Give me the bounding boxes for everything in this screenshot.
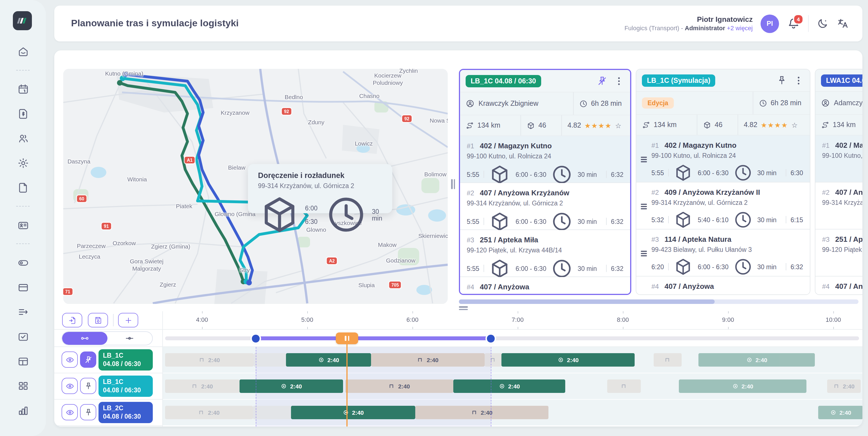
clock-icon — [551, 211, 573, 233]
gantt-bar-drive[interactable]: 2:40 — [165, 353, 253, 367]
gantt-bar-stop[interactable]: 2:40 — [501, 353, 634, 367]
stop-row[interactable]: #3251 / Apteka Miła99-120 Piątek, ul. Kr… — [460, 230, 630, 277]
import-route-button[interactable] — [62, 313, 82, 328]
route-endpoint[interactable] — [246, 280, 252, 285]
sidebar-item-idcard[interactable] — [11, 213, 35, 237]
kebab-menu-icon[interactable] — [793, 75, 804, 86]
sidebar-item-users[interactable] — [11, 126, 35, 151]
sidebar-item-card[interactable] — [11, 275, 35, 300]
stop-number: #4 — [467, 283, 474, 291]
pin-button[interactable] — [80, 378, 96, 394]
gantt-bar-stop[interactable]: 2:40 — [240, 379, 343, 393]
stop-row[interactable]: #2407 / Anyżowa Krzyżanów99-314 Krzyżanó… — [460, 183, 630, 230]
cards-scrollbar-thumb[interactable] — [459, 300, 715, 304]
user-separator: - — [681, 25, 683, 32]
avatar[interactable]: PI — [761, 14, 779, 33]
route-legend-badge[interactable]: LB_2C04.08 / 06:30 — [98, 402, 153, 423]
visibility-eye-button[interactable] — [62, 351, 78, 368]
route-legend-badge[interactable]: LB_1C04.08 / 06:30 — [98, 376, 153, 397]
drag-handle-icon[interactable] — [641, 156, 647, 163]
route-icon — [466, 121, 474, 130]
pause-button[interactable] — [336, 333, 358, 344]
gantt-bar-drive[interactable]: 2:40 — [827, 379, 861, 393]
stop-row[interactable]: #3251 / Apt99-120 Piątek, u5:556: — [815, 229, 862, 277]
gantt-bar-drive[interactable]: 2:40 — [415, 406, 549, 419]
stop-target-icon — [830, 409, 837, 416]
add-route-button[interactable] — [118, 313, 138, 328]
route-endpoint[interactable] — [117, 80, 123, 86]
gantt-bar-stop[interactable]: 2:40 — [679, 379, 806, 393]
drag-handle-icon[interactable] — [641, 203, 647, 211]
gantt-bar-stop[interactable]: 2:40 — [286, 353, 371, 367]
slider-selected-range[interactable] — [256, 336, 491, 340]
route-card[interactable]: LB_1C 04.08 / 06:30Krawczyk Zbigniew6h 2… — [459, 69, 631, 295]
unpin-button[interactable] — [80, 351, 96, 368]
gantt-bar-stop[interactable]: 2:40 — [453, 379, 565, 393]
sidebar-item-grid[interactable] — [11, 373, 35, 398]
app-logo[interactable] — [13, 11, 32, 30]
sidebar-item-home[interactable] — [11, 39, 35, 64]
sidebar-item-chart[interactable] — [11, 398, 35, 423]
toggle-range-option[interactable] — [62, 332, 107, 345]
map[interactable]: Kutno (Gmina)ZychlinBedlnoKocierzew Polu… — [63, 69, 448, 304]
dark-mode-button[interactable] — [816, 17, 829, 30]
stop-target-icon — [557, 356, 564, 363]
gantt-bar-idle[interactable] — [253, 406, 291, 419]
language-button[interactable] — [837, 17, 849, 30]
map-cards-resize-handle[interactable] — [451, 179, 455, 189]
slider-handle[interactable] — [487, 335, 495, 342]
visibility-eye-button[interactable] — [62, 404, 78, 420]
gantt-bar-drive[interactable]: 2:40 — [345, 379, 453, 393]
kebab-menu-icon[interactable] — [613, 75, 625, 87]
gantt-bar-drive[interactable] — [607, 379, 641, 393]
playhead-line[interactable] — [346, 344, 347, 427]
invoice-icon — [17, 108, 29, 120]
bar-duration-label: 2:40 — [290, 383, 302, 390]
stop-row[interactable]: #4407 / An — [815, 277, 862, 295]
gantt-bar-drive[interactable]: 2:40 — [165, 379, 240, 393]
save-route-button[interactable] — [88, 313, 108, 328]
sidebar-item-arrow[interactable] — [11, 300, 35, 324]
sidebar-item-toggle[interactable] — [11, 250, 35, 275]
stop-row[interactable]: #1402 / Magazyn Kutno99-100 Kutno, ul. R… — [636, 135, 810, 183]
sidebar-item-table[interactable] — [11, 349, 35, 373]
pin-icon[interactable] — [776, 75, 787, 86]
gantt-bar-stop[interactable]: 2:40 — [818, 406, 862, 419]
sidebar-item-invoice[interactable] — [11, 101, 35, 126]
sidebar-item-file[interactable] — [11, 175, 35, 200]
stop-row[interactable]: #4407 / Anyżowa — [636, 277, 810, 295]
unpin-icon[interactable] — [596, 75, 608, 87]
axis-tick — [412, 311, 413, 313]
range-mode-toggle[interactable] — [62, 331, 153, 345]
gantt-bar-drive[interactable] — [485, 353, 501, 367]
gantt-bar-stop[interactable]: 2:40 — [699, 353, 815, 367]
notifications-button[interactable]: 4 — [787, 17, 800, 30]
stop-row[interactable]: #1402 / Ma99-100 Kutno, u5:556: — [815, 135, 862, 183]
stop-row[interactable]: #2407 / An99-314 Krzyżan5:556: — [815, 183, 862, 229]
user-block[interactable]: Piotr Ignatowicz Fulogics (Transport) - … — [625, 14, 753, 33]
gantt-bar-drive[interactable]: 2:40 — [165, 406, 253, 419]
route-legend-badge[interactable]: LB_1C04.08 / 06:30 — [98, 349, 153, 371]
toggle-single-option[interactable] — [107, 332, 152, 345]
sidebar-item-calendar[interactable] — [11, 77, 35, 101]
arrow-icon — [17, 306, 29, 318]
drag-handle-icon[interactable] — [641, 250, 647, 257]
gantt-bar-drive[interactable] — [654, 353, 682, 367]
sidebar-item-gear[interactable] — [11, 151, 35, 175]
sidebar-item-check[interactable] — [11, 324, 35, 349]
gantt-bar-idle[interactable] — [253, 353, 286, 367]
split-resize-handle[interactable] — [459, 305, 468, 311]
gantt-bar-stop[interactable]: 2:40 — [291, 406, 415, 419]
stop-row[interactable]: #2409 / Anyżowa Krzyżanów II99-314 Krzyż… — [636, 183, 810, 229]
stop-row[interactable]: #1402 / Magazyn Kutno99-100 Kutno, ul. R… — [460, 136, 630, 183]
slider-handle[interactable] — [252, 335, 260, 342]
route-card[interactable]: LB_1C (Symulacja)Edycja6h 28 min134 km46… — [636, 69, 810, 295]
gantt-bar-drive[interactable]: 2:40 — [371, 353, 485, 367]
visibility-eye-button[interactable] — [62, 378, 78, 394]
cards-scrollbar[interactable] — [459, 300, 859, 304]
user-more-roles[interactable]: +2 więcej — [727, 25, 753, 32]
pin-button[interactable] — [80, 404, 96, 420]
stop-row[interactable]: #4407 / Anyżowa — [460, 277, 630, 295]
stop-row[interactable]: #3114 / Apteka Natura99-423 Bielawy, ul.… — [636, 229, 810, 277]
route-card[interactable]: LWA1C 04.08Adamczyk134 km#1402 / Ma99-10… — [815, 69, 862, 295]
